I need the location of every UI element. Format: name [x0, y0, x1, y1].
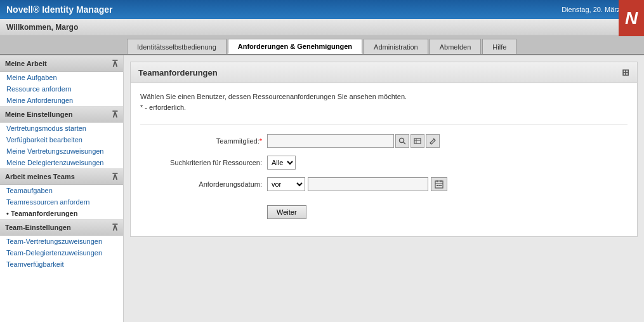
- sidebar-item-team-vertretungszuweisungen[interactable]: Team-Vertretungszuweisungen: [0, 236, 123, 247]
- sidebar-item-verfuegbarkeit[interactable]: Verfügbarkeit bearbeiten: [0, 134, 123, 145]
- novell-logo: N: [619, 0, 644, 36]
- sidebar-section-meine-einstellungen: Meine Einstellungen ⊼: [0, 106, 123, 123]
- header: Novell® Identity Manager Dienstag, 20. M…: [0, 0, 644, 19]
- tab-administration[interactable]: Administration: [364, 39, 428, 54]
- teammitglied-search-btn[interactable]: [395, 134, 409, 148]
- panel-body: Wählen Sie einen Benutzer, dessen Ressou…: [131, 83, 637, 236]
- weiter-button[interactable]: Weiter: [267, 205, 306, 219]
- collapse-icon-arbeit-meines-teams[interactable]: ⊼: [112, 171, 118, 182]
- sidebar-section-meine-arbeit: Meine Arbeit ⊼: [0, 55, 123, 72]
- form-row-teammitglied: Teammitglied:*: [140, 134, 628, 148]
- suchkriterien-label: Suchkriterien für Ressourcen:: [140, 159, 267, 166]
- teammitglied-edit-btn[interactable]: [426, 134, 440, 148]
- form-row-anforderungsdatum: Anforderungsdatum: vor nach: [140, 177, 628, 191]
- teammitglied-browse-btn[interactable]: [411, 134, 424, 148]
- panel-required-note: * - erforderlich.: [140, 104, 628, 111]
- anforderungsdatum-label: Anforderungsdatum:: [140, 180, 267, 188]
- edit-icon: [429, 137, 437, 145]
- sidebar-item-delegiertenzuweisungen[interactable]: Meine Delegiertenzuweisungen: [0, 157, 123, 168]
- tab-anforderungen[interactable]: Anforderungen & Genehmigungen: [228, 39, 362, 54]
- panel-description: Wählen Sie einen Benutzer, dessen Ressou…: [140, 93, 628, 100]
- form-row-suchkriterien: Suchkriterien für Ressourcen: Alle: [140, 156, 628, 170]
- browse-icon: [414, 137, 421, 145]
- collapse-icon-meine-einstellungen[interactable]: ⊼: [112, 109, 118, 119]
- welcome-bar: Willkommen, Margo: [0, 19, 644, 36]
- sidebar-section-team-einstellungen: Team-Einstellungen ⊼: [0, 219, 123, 236]
- sidebar-item-team-delegiertenzuweisungen[interactable]: Team-Delegiertenzuweisungen: [0, 247, 123, 258]
- sidebar-item-meine-anforderungen[interactable]: Meine Anforderungen: [0, 95, 123, 106]
- sidebar-item-teamaufgaben[interactable]: Teamaufgaben: [0, 185, 123, 196]
- teammitglied-input[interactable]: [267, 134, 394, 148]
- tab-hilfe[interactable]: Hilfe: [482, 39, 516, 54]
- svg-rect-13: [440, 185, 442, 186]
- svg-rect-11: [437, 185, 438, 186]
- suchkriterien-select[interactable]: Alle: [267, 156, 296, 170]
- anforderungsdatum-input[interactable]: [308, 177, 428, 191]
- sidebar-section-arbeit-meines-teams: Arbeit meines Teams ⊼: [0, 168, 123, 185]
- svg-rect-7: [435, 181, 443, 188]
- tab-abmelden[interactable]: Abmelden: [430, 39, 482, 54]
- svg-rect-2: [414, 138, 421, 144]
- search-icon: [398, 137, 406, 145]
- sidebar-item-meine-aufgaben[interactable]: Meine Aufgaben: [0, 72, 123, 83]
- svg-rect-12: [438, 185, 440, 186]
- sidebar: Meine Arbeit ⊼ Meine Aufgaben Ressource …: [0, 55, 124, 322]
- sidebar-item-vertretungsmodus[interactable]: Vertretungsmodus starten: [0, 123, 123, 134]
- anforderungsdatum-calendar-btn[interactable]: [431, 177, 447, 191]
- form-row-submit: Weiter: [267, 199, 628, 219]
- app-title: Novell® Identity Manager: [6, 4, 112, 15]
- teammitglied-label: Teammitglied:*: [140, 137, 267, 145]
- tab-identitaet[interactable]: Identitätsselbstbedienung: [127, 39, 227, 54]
- svg-point-0: [400, 138, 404, 143]
- tab-bar: Identitätsselbstbedienung Anforderungen …: [0, 36, 644, 55]
- main-layout: Meine Arbeit ⊼ Meine Aufgaben Ressource …: [0, 55, 644, 322]
- sidebar-item-teamressourcen[interactable]: Teamressourcen anfordern: [0, 196, 123, 208]
- sidebar-item-teamverfuegbarkeit[interactable]: Teamverfügbarkeit: [0, 258, 123, 270]
- panel-title: Teamanforderungen ⊞: [131, 62, 637, 83]
- sidebar-item-ressource-anfordern[interactable]: Ressource anfordern: [0, 83, 123, 95]
- sidebar-item-teamanforderungen[interactable]: Teamanforderungen: [0, 208, 123, 219]
- svg-line-1: [404, 142, 405, 144]
- collapse-icon-meine-arbeit[interactable]: ⊼: [112, 58, 118, 69]
- collapse-icon-team-einstellungen[interactable]: ⊼: [112, 222, 118, 232]
- grid-icon[interactable]: ⊞: [622, 67, 629, 77]
- content: Teamanforderungen ⊞ Wählen Sie einen Ben…: [124, 55, 644, 322]
- anforderungsdatum-option-select[interactable]: vor nach: [267, 177, 305, 191]
- form-divider: [140, 124, 628, 124]
- panel-teamanforderungen: Teamanforderungen ⊞ Wählen Sie einen Ben…: [130, 62, 638, 237]
- welcome-text: Willkommen, Margo: [6, 23, 78, 32]
- sidebar-item-vertretungszuweisungen[interactable]: Meine Vertretungszuweisungen: [0, 145, 123, 157]
- calendar-icon: [435, 180, 444, 189]
